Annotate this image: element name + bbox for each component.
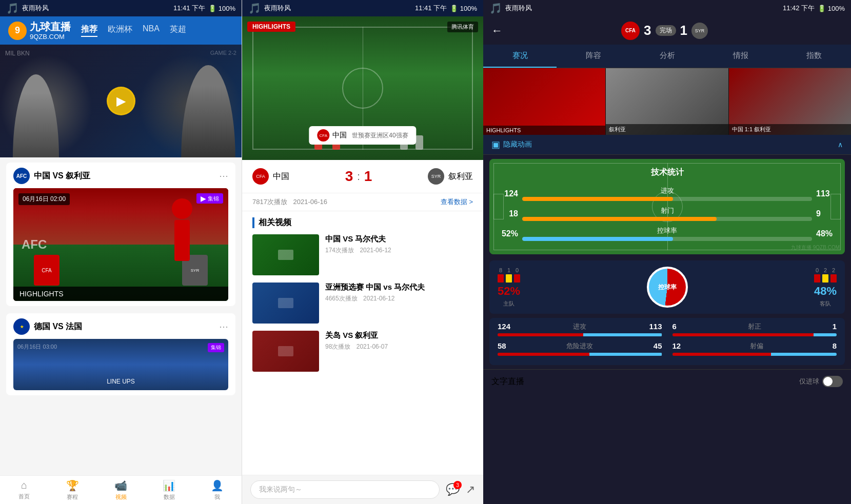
match1-date: 06月16日 02:00 [18, 193, 70, 205]
poss-right-section: 0 2 2 48% 客队 [814, 267, 837, 308]
home-yellow-count: 1 [507, 267, 510, 273]
detailed-stats: 124 进攻 113 6 射正 1 [489, 318, 845, 365]
related-videos: 相关视频 中国 VS 马尔代夫 174次播放 2021-06-12 [242, 211, 483, 385]
match-card-germany-france: ★ 德国 VS 法国 ⋯ 06月16日 03:00 集锦 LINE UPS [6, 313, 235, 395]
photo-1[interactable]: HIGHLIGHTS [483, 68, 605, 135]
video-player[interactable]: HIGHLIGHTS 腾讯体育 CFA 中国 世预赛亚洲区40强赛 [242, 16, 483, 160]
home-label: 主队 [503, 300, 514, 308]
comment-input[interactable]: 我来说两句～ [250, 480, 440, 499]
score-left: 3 [345, 168, 353, 185]
tab-index[interactable]: 指数 [778, 45, 851, 68]
app-name-2: 夜雨聆风 [264, 4, 291, 13]
nav-recommend[interactable]: 推荐 [81, 24, 97, 37]
related-meta-1: 174次播放 2021-06-12 [325, 246, 473, 255]
offshot-bar-right [771, 353, 837, 356]
me-icon: 👤 [211, 479, 224, 492]
photo-3[interactable]: 中国 1:1 叙利亚 [729, 68, 851, 135]
hero-banner[interactable]: MIL BKN GAME 2-2 ▶ [0, 45, 242, 157]
related-meta-3: 98次播放 2021-06-07 [325, 342, 473, 351]
hide-anim-label: 隐藏动画 [503, 140, 532, 149]
possession-circle: 控球率 [526, 267, 808, 308]
related-thumb-1 [252, 234, 319, 275]
related-title-1: 中国 VS 马尔代夫 [325, 234, 473, 244]
tab-intelligence[interactable]: 情报 [704, 45, 777, 68]
nav-schedule[interactable]: 🏆 赛程 [48, 476, 96, 504]
video-team-left: 中国 [332, 131, 347, 140]
away-red-count: 0 [816, 267, 819, 273]
home-cards: 8 1 0 [498, 267, 520, 283]
poss-left-section: 8 1 0 52% 主队 [498, 267, 520, 308]
nav-euro[interactable]: 欧洲杯 [108, 24, 132, 37]
only-goals-toggle[interactable] [822, 376, 843, 387]
possession-right-pct: 48% [814, 285, 837, 298]
p3-score-right: 1 [680, 23, 687, 38]
app-name-3: 夜雨聆风 [505, 4, 532, 13]
nav-nba[interactable]: NBA [143, 24, 160, 37]
possession-circle-label: 控球率 [658, 284, 677, 291]
comment-count-badge: 3 [453, 481, 462, 489]
onshot-bar-right [814, 333, 837, 336]
nav-premier[interactable]: 英超 [170, 24, 186, 37]
match2-date: 06月16日 03:00 [17, 343, 57, 351]
match1-share-icon[interactable]: ⋯ [219, 170, 228, 182]
onshot-detail-left: 6 [672, 322, 677, 331]
tab-analysis[interactable]: 分析 [630, 45, 704, 68]
video-meta: 7817次播放 2021-06-16 查看数据 > [242, 193, 483, 211]
battery-1: 🔋 100% [208, 5, 235, 12]
logo-main: 九球直播 [30, 21, 71, 33]
away-cards: 0 2 2 [814, 267, 837, 283]
text-live-bar: 文字直播 仅进球 [483, 369, 851, 393]
video-score-overlay: CFA 中国 世预赛亚洲区40强赛 [309, 126, 416, 145]
away-yellow-count: 2 [824, 267, 827, 273]
related-title-2: 亚洲预选赛 中国 vs 马尔代夫 [325, 283, 473, 292]
only-goals-label: 仅进球 [799, 377, 819, 386]
hero-player-right [139, 55, 242, 157]
match2-badge: 集锦 [208, 343, 224, 352]
nav-me[interactable]: 👤 我 [193, 476, 242, 504]
logo-sub: 9QZB.COM [30, 33, 71, 41]
china-badge-p3: CFA [621, 22, 640, 40]
related-title: 相关视频 [252, 217, 473, 228]
related-thumb-2 [252, 283, 319, 324]
bottom-nav: ⌂ 首页 🏆 赛程 📹 视频 📊 数据 👤 我 [0, 475, 242, 504]
shots-label: 射门 [522, 206, 812, 215]
home-icon: ⌂ [21, 479, 27, 491]
hero-play-button[interactable]: ▶ [107, 87, 135, 115]
score-display-p3: CFA 3 完场 1 SYR [621, 22, 708, 40]
match1-thumbnail[interactable]: AFC CFA SYR 06月16日 02:00 ▶ 集锦 ▶ HIGHLIGH… [13, 188, 228, 301]
onshot-detail-label: 射正 [748, 322, 761, 331]
related-item-3[interactable]: 关岛 VS 叙利亚 98次播放 2021-06-07 [252, 331, 473, 372]
nav-home[interactable]: ⌂ 首页 [0, 476, 48, 504]
away-yellow-card [822, 274, 828, 283]
match-tabs: 赛况 阵容 分析 情报 指数 [483, 45, 851, 68]
hide-anim-icon: ▣ [491, 139, 500, 150]
hide-animation-bar[interactable]: ▣ 隐藏动画 ∧ [483, 135, 851, 155]
away-label: 客队 [820, 300, 831, 308]
offshot-detail-right: 8 [833, 341, 837, 351]
danger-detail-label: 危险进攻 [566, 341, 593, 351]
toggle-knob [823, 377, 833, 386]
related-thumb-3 [252, 331, 319, 372]
hide-anim-chevron: ∧ [838, 140, 843, 149]
back-button[interactable]: ← [491, 24, 503, 37]
panel-middle: 🎵 夜雨聆风 11:41 下午 🔋 100% [242, 0, 483, 504]
nav-video[interactable]: 📹 视频 [96, 476, 145, 504]
nav-data[interactable]: 📊 数据 [145, 476, 193, 504]
tab-lineup[interactable]: 阵容 [557, 45, 630, 68]
comment-bar: 我来说两句～ 💬 3 ↗ [242, 475, 483, 504]
match1-title: 中国 VS 叙利亚 [34, 171, 90, 182]
attack-right-val: 113 [816, 189, 837, 198]
tab-situation[interactable]: 赛况 [483, 45, 557, 68]
match-header: ← CFA 3 完场 1 SYR [483, 16, 851, 45]
match2-share-icon[interactable]: ⋯ [219, 321, 228, 332]
photo-2[interactable]: 叙利亚 [606, 68, 728, 135]
share-button[interactable]: ↗ [466, 483, 475, 496]
stat-shots: 18 射门 9 [498, 206, 837, 221]
status-bar-3: 🎵 夜雨聆风 11:42 下午 🔋 100% [483, 0, 851, 16]
danger-bar-left [498, 353, 589, 356]
attack-detail-right: 113 [649, 322, 662, 331]
related-item-1[interactable]: 中国 VS 马尔代夫 174次播放 2021-06-12 [252, 234, 473, 275]
comment-button-wrap: 💬 3 [446, 483, 460, 496]
see-data-link[interactable]: 查看数据 > [441, 197, 473, 207]
related-item-2[interactable]: 亚洲预选赛 中国 vs 马尔代夫 4665次播放 2021-06-12 [252, 283, 473, 324]
